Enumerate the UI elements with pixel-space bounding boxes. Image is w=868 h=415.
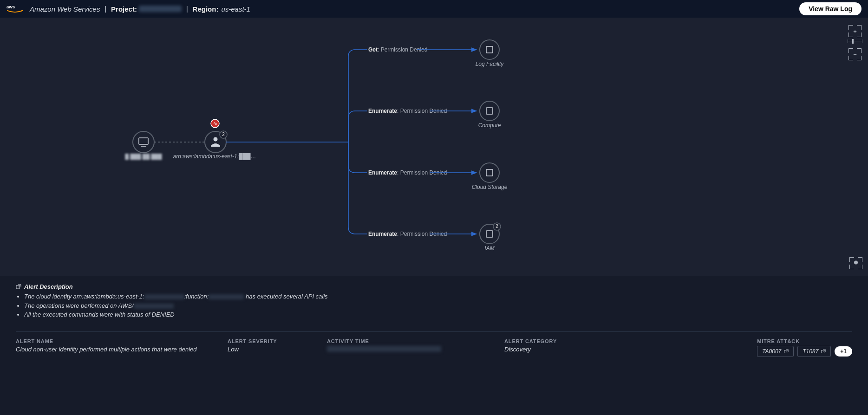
svg-point-5 bbox=[214, 137, 218, 142]
aws-logo-icon: aws bbox=[7, 4, 23, 14]
zoom-controls: + − bbox=[848, 25, 862, 60]
alert-summary-footer: ALERT NAME Cloud non-user identity perfo… bbox=[0, 332, 868, 357]
target-node-compute[interactable]: Compute bbox=[478, 101, 501, 129]
recenter-button[interactable] bbox=[849, 257, 862, 269]
alert-description-bullet: The cloud identity arn:aws:lambda:us-eas… bbox=[24, 292, 852, 301]
svg-text:aws: aws bbox=[7, 4, 15, 9]
header-bar: aws Amazon Web Services | Project: | Reg… bbox=[0, 0, 868, 18]
project-label: Project: bbox=[111, 5, 137, 13]
zoom-slider[interactable] bbox=[848, 41, 862, 45]
svg-point-22 bbox=[854, 261, 858, 265]
alert-description-bullet: The operations were performed on AWS/ bbox=[24, 301, 852, 311]
svg-rect-23 bbox=[16, 285, 20, 289]
svg-text:IAM: IAM bbox=[484, 245, 494, 252]
identity-badge: 2 bbox=[222, 132, 225, 137]
identity-node[interactable]: 2 ∿ arn:aws:lambda:us-east-1:███… bbox=[173, 119, 256, 160]
plus-icon: + bbox=[853, 28, 857, 35]
svg-text:2: 2 bbox=[496, 224, 498, 229]
external-link-icon bbox=[784, 349, 789, 354]
external-link-icon bbox=[16, 284, 21, 290]
svg-text:Compute: Compute bbox=[478, 122, 501, 129]
zoom-in-button[interactable]: + bbox=[848, 25, 861, 37]
alert-description-bullet: All the executed commands were with stat… bbox=[24, 310, 852, 319]
activity-time-label: ACTIVITY TIME bbox=[327, 338, 504, 344]
target-icon bbox=[853, 260, 859, 267]
target-node-iam[interactable]: 2 IAM bbox=[480, 223, 501, 252]
attack-graph-canvas[interactable]: █.███.██.███ 2 ∿ arn:aws:lambda:us-east-… bbox=[0, 18, 868, 276]
svg-text:Log Facility: Log Facility bbox=[476, 61, 504, 67]
separator: | bbox=[104, 5, 106, 13]
provider-name: Amazon Web Services bbox=[30, 5, 100, 13]
edge-branch-2 bbox=[348, 111, 367, 142]
minus-icon: − bbox=[853, 51, 857, 58]
alert-category-label: ALERT CATEGORY bbox=[504, 338, 607, 344]
identity-label: arn:aws:lambda:us-east-1:███… bbox=[173, 153, 256, 160]
mitre-more-button[interactable]: +1 bbox=[835, 346, 852, 357]
mitre-label: MITRE ATT&CK bbox=[757, 338, 852, 344]
edge-branch-4 bbox=[348, 142, 367, 234]
svg-point-14 bbox=[480, 163, 499, 182]
alert-name-label: ALERT NAME bbox=[16, 338, 228, 344]
project-value bbox=[139, 6, 182, 12]
view-raw-log-button[interactable]: View Raw Log bbox=[799, 2, 861, 15]
target-node-cloud-storage[interactable]: Cloud Storage bbox=[472, 163, 508, 190]
alert-name-value: Cloud non-user identity performed multip… bbox=[16, 346, 228, 353]
svg-rect-25 bbox=[784, 350, 787, 353]
mitre-tag[interactable]: TA0007 bbox=[757, 346, 794, 357]
activity-time-value bbox=[327, 346, 504, 353]
mitre-tag[interactable]: T1087 bbox=[797, 346, 831, 357]
svg-point-11 bbox=[480, 101, 499, 121]
alert-severity-label: ALERT SEVERITY bbox=[228, 338, 327, 344]
source-host-label: █.███.██.███ bbox=[125, 153, 162, 160]
edge-branch-1 bbox=[348, 50, 367, 142]
external-link-icon bbox=[821, 349, 826, 354]
svg-text:∿: ∿ bbox=[213, 121, 217, 126]
alert-description-title: Alert Description bbox=[24, 283, 73, 290]
alert-severity-value: Low bbox=[228, 346, 327, 353]
source-host-node[interactable]: █.███.██.███ bbox=[125, 131, 162, 160]
edge-branch-3 bbox=[348, 142, 367, 173]
svg-rect-27 bbox=[822, 350, 824, 353]
region-value: us-east-1 bbox=[221, 5, 250, 13]
separator: | bbox=[186, 5, 188, 13]
region-label: Region: bbox=[193, 5, 219, 13]
alert-description-panel: Alert Description The cloud identity arn… bbox=[0, 276, 868, 324]
target-node-log-facility[interactable]: Log Facility bbox=[476, 40, 504, 67]
svg-text:Cloud Storage: Cloud Storage bbox=[472, 184, 508, 190]
svg-point-1 bbox=[133, 131, 154, 153]
svg-point-8 bbox=[480, 40, 499, 59]
graph-svg: █.███.██.███ 2 ∿ arn:aws:lambda:us-east-… bbox=[0, 18, 868, 276]
zoom-out-button[interactable]: − bbox=[848, 48, 861, 60]
alert-category-value: Discovery bbox=[504, 346, 607, 353]
